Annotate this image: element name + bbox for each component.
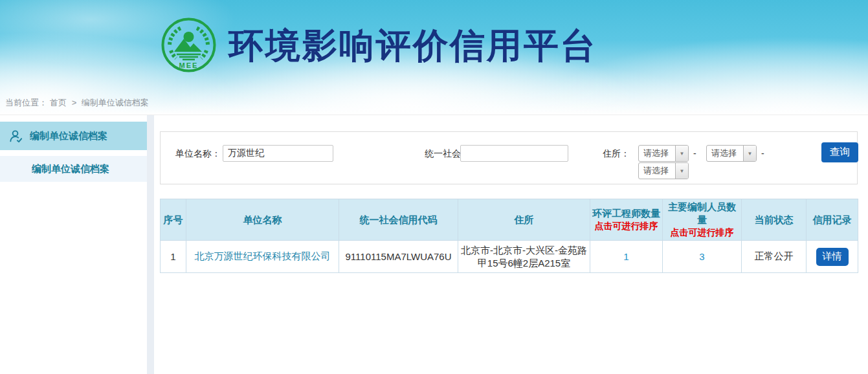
unit-name-label: 单位名称： — [175, 145, 221, 162]
staff-count-link[interactable]: 3 — [699, 251, 704, 262]
district-select-arrow[interactable]: ▼ — [675, 163, 688, 179]
address-dash-1: - — [693, 145, 696, 162]
address-city-select[interactable]: 请选择 ▼ — [706, 145, 757, 162]
address-label: 住所： — [603, 145, 630, 162]
engineer-sort-hint: 点击可进行排序 — [592, 220, 660, 232]
province-select-arrow[interactable]: ▼ — [675, 146, 688, 161]
address-cell: 北京市-北京市-大兴区-金苑路甲15号6幢2层A215室 — [458, 241, 590, 273]
sidebar-group-label: 编制单位诚信档案 — [30, 130, 107, 142]
brand: MEE 环境影响评价信用平台 — [161, 17, 597, 73]
credit-code-cell: 91110115MA7LWUA76U — [339, 241, 458, 273]
unit-name-input[interactable] — [223, 145, 333, 162]
query-button[interactable]: 查询 — [821, 142, 858, 162]
chevron-down-icon: ▼ — [748, 151, 753, 157]
address-district-select[interactable]: 请选择 ▼ — [638, 162, 689, 179]
user-check-icon — [8, 129, 23, 144]
engineer-count-label: 环评工程师数量 — [592, 208, 660, 219]
sidebar-divider — [147, 115, 154, 374]
table-row: 1 北京万源世纪环保科技有限公司 91110115MA7LWUA76U 北京市-… — [161, 241, 858, 273]
column-header-company: 单位名称 — [186, 199, 339, 241]
breadcrumb: 当前位置：首页 > 编制单位诚信档案 — [5, 97, 151, 109]
chevron-down-icon: ▼ — [680, 168, 685, 174]
mee-logo-icon: MEE — [161, 17, 217, 73]
page-title: 环境影响评价信用平台 — [228, 17, 597, 73]
sidebar-item-label: 编制单位诚信档案 — [32, 163, 109, 175]
address-city-value: 请选择 — [707, 148, 743, 159]
row-index-cell: 1 — [161, 241, 186, 273]
status-cell: 正常公开 — [742, 241, 807, 273]
address-dash-2: - — [761, 145, 764, 162]
detail-button[interactable]: 详情 — [816, 248, 849, 266]
results-table: 序号 单位名称 统一社会信用代码 住所 环评工程师数量 点击可进行排序 主要编制… — [160, 199, 858, 273]
chevron-down-icon: ▼ — [680, 151, 685, 157]
breadcrumb-label: 当前位置： — [5, 98, 47, 107]
city-select-arrow[interactable]: ▼ — [743, 146, 756, 161]
engineer-count-link[interactable]: 1 — [623, 251, 629, 262]
breadcrumb-home-link[interactable]: 首页 — [50, 98, 67, 107]
table-header-row: 序号 单位名称 统一社会信用代码 住所 环评工程师数量 点击可进行排序 主要编制… — [161, 199, 858, 241]
search-form: 单位名称： 统一社会信用代码： 住所： 请选择 ▼ - 请选择 ▼ - 请选择 … — [160, 131, 858, 184]
column-header-status: 当前状态 — [742, 199, 807, 241]
sidebar-item-credit-archive[interactable]: 编制单位诚信档案 — [0, 156, 147, 182]
address-district-value: 请选择 — [639, 165, 675, 177]
sidebar-group-credit-archive[interactable]: 编制单位诚信档案 — [0, 122, 147, 150]
page: MEE 环境影响评价信用平台 当前位置：首页 > 编制单位诚信档案 编制单位诚信… — [0, 0, 868, 374]
breadcrumb-current: 编制单位诚信档案 — [82, 98, 149, 107]
svg-text:MEE: MEE — [179, 61, 199, 69]
column-header-staff-count[interactable]: 主要编制人员数量 点击可进行排序 — [663, 199, 742, 241]
sidebar: 编制单位诚信档案 编制单位诚信档案 — [0, 115, 147, 374]
column-header-credit-code: 统一社会信用代码 — [339, 199, 458, 241]
staff-sort-hint: 点击可进行排序 — [665, 226, 739, 239]
column-header-index: 序号 — [161, 199, 186, 241]
column-header-credit-record: 信用记录 — [807, 199, 858, 241]
credit-code-input[interactable] — [460, 145, 568, 162]
address-province-select[interactable]: 请选择 ▼ — [638, 145, 689, 162]
breadcrumb-separator: > — [72, 98, 77, 107]
column-header-address: 住所 — [458, 199, 590, 241]
column-header-engineer-count[interactable]: 环评工程师数量 点击可进行排序 — [590, 199, 663, 241]
company-name-link[interactable]: 北京万源世纪环保科技有限公司 — [195, 250, 331, 261]
staff-count-label: 主要编制人员数量 — [668, 201, 736, 225]
address-province-value: 请选择 — [639, 148, 675, 159]
